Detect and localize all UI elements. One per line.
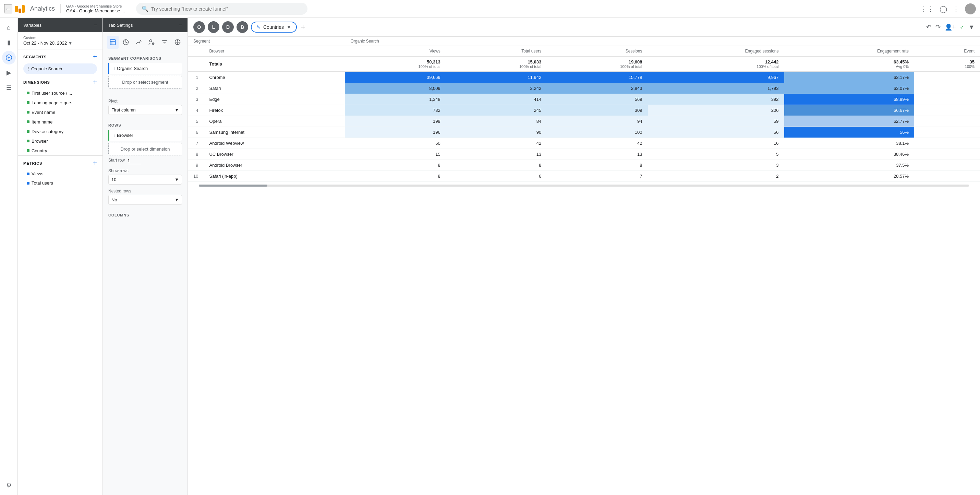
rows-title: ROWS [108, 123, 182, 127]
undo-icon[interactable]: ↶ [926, 23, 931, 31]
table-row[interactable]: 6 Samsung Internet 196 90 100 56 56% [188, 127, 980, 138]
date-range-text: Oct 22 - Nov 20, 2022 [23, 40, 67, 46]
sidebar-item-settings[interactable]: ⚙ [2, 479, 16, 492]
tab-icon-line[interactable] [133, 36, 145, 49]
add-segment-button[interactable]: + [93, 53, 97, 61]
metric-views[interactable]: ⁝ Views [18, 169, 102, 178]
segment-chip[interactable]: ⁝ Organic Search [23, 64, 97, 74]
sidebar-item-list[interactable]: ☰ [2, 81, 16, 95]
variables-panel-header: Variables − [18, 18, 102, 32]
scroll-thumb[interactable] [199, 185, 267, 187]
tab-icon-globe[interactable] [172, 36, 183, 49]
table-row[interactable]: 4 Firefox 782 245 309 206 66.67% [188, 105, 980, 116]
table-row[interactable]: 5 Opera 199 84 94 59 62.77% [188, 116, 980, 127]
add-user-icon[interactable]: 👤+ [945, 23, 956, 31]
search-input[interactable] [151, 6, 302, 12]
add-tab-button[interactable]: + [301, 22, 305, 32]
sessions-header[interactable]: Sessions [547, 46, 648, 57]
totals-views: 50,313 100% of total [345, 57, 445, 72]
redo-icon[interactable]: ↷ [935, 23, 940, 31]
circle-btn-o[interactable]: O [193, 21, 205, 33]
sidebar-item-advertising[interactable]: ▶ [2, 66, 16, 80]
variables-title: Variables [23, 22, 41, 28]
check-circle-icon[interactable]: ✓ [960, 24, 964, 30]
row-sessions: 100 [547, 127, 648, 138]
table-row[interactable]: 3 Edge 1,348 414 569 392 68.89% [188, 94, 980, 105]
row-engaged: 59 [648, 116, 784, 127]
table-row[interactable]: 9 Android Browser 8 8 8 3 37.5% [188, 160, 980, 171]
countries-tab[interactable]: ✎ Countries ▼ [251, 22, 297, 33]
total-users-header[interactable]: Total users [446, 46, 547, 57]
row-er: 66.67% [784, 105, 915, 116]
show-rows-label: Show rows [108, 168, 182, 173]
table-row[interactable]: 7 Android Webview 60 42 42 16 38.1% [188, 138, 980, 149]
table-row[interactable]: 8 UC Browser 15 13 13 5 38.46% [188, 149, 980, 160]
search-bar[interactable]: 🔍 [136, 3, 307, 15]
segment-col-label: Segment [188, 37, 345, 46]
avatar[interactable] [965, 3, 976, 14]
date-range-selector[interactable]: Oct 22 - Nov 20, 2022 ▼ [23, 40, 97, 46]
row-events [914, 94, 980, 105]
row-views: 15 [345, 149, 445, 160]
dim-event-name[interactable]: ⁝ Event name [18, 107, 102, 117]
drop-segment-zone[interactable]: Drop or select segment [108, 76, 182, 88]
dim-country[interactable]: ⁝ Country [18, 146, 102, 155]
more-vert-icon[interactable]: ▼ [968, 24, 975, 31]
pivot-arrow: ▼ [175, 107, 179, 112]
start-row-input[interactable] [127, 158, 141, 164]
engaged-sessions-header[interactable]: Engaged sessions [648, 46, 784, 57]
tab-icon-filter[interactable] [159, 36, 170, 49]
metrics-section-header: METRICS + [18, 156, 102, 169]
back-button[interactable]: ← [4, 4, 12, 13]
pivot-value: First column [111, 107, 136, 112]
row-er: 62.77% [784, 116, 915, 127]
tab-icon-chart[interactable] [120, 36, 132, 49]
table-row[interactable]: 1 Chrome 39,669 11,942 15,778 9,967 63.1… [188, 72, 980, 83]
sidebar-item-home[interactable]: ⌂ [2, 21, 16, 34]
row-browser-item[interactable]: ⁝ Browser [108, 130, 182, 141]
show-rows-select[interactable]: 10 ▼ [108, 175, 182, 185]
help-icon[interactable]: ◯ [940, 5, 947, 13]
event-header[interactable]: Event [914, 46, 980, 57]
pivot-select[interactable]: First column ▼ [108, 105, 182, 115]
circle-btn-b[interactable]: B [237, 21, 248, 33]
row-users: 245 [446, 105, 547, 116]
row-events [914, 171, 980, 182]
dim-browser[interactable]: ⁝ Browser [18, 136, 102, 146]
nested-rows-select[interactable]: No ▼ [108, 195, 182, 205]
more-options-icon[interactable]: ⋮ [953, 5, 959, 13]
tab-icon-person[interactable] [146, 36, 158, 49]
row-er: 56% [784, 127, 915, 138]
app-name: Analytics [30, 5, 55, 12]
views-header[interactable]: Views [345, 46, 445, 57]
row-views: 60 [345, 138, 445, 149]
side-nav: ⌂ ▮ ▶ ☰ ⚙ [0, 18, 18, 495]
dim-first-user-source[interactable]: ⁝ First user source / ... [18, 88, 102, 98]
tab-icon-table[interactable] [107, 36, 119, 49]
data-panel: O L D B ✎ Countries ▼ + ↶ ↷ 👤+ ✓ ▼ [188, 18, 980, 495]
browser-header[interactable]: Browser [204, 46, 345, 57]
row-er: 63.07% [784, 83, 915, 94]
dim-device-category[interactable]: ⁝ Device category [18, 126, 102, 136]
segment-comparison-item[interactable]: ⁝ Organic Search [108, 63, 182, 74]
row-views: 8 [345, 160, 445, 171]
row-name: Safari [204, 83, 345, 94]
sidebar-item-explore[interactable] [2, 51, 16, 64]
dim-dot-indicator [27, 101, 29, 104]
tab-settings-minimize-btn[interactable]: − [179, 22, 182, 28]
circle-btn-d[interactable]: D [222, 21, 234, 33]
drop-dimension-zone[interactable]: Drop or select dimension [108, 143, 182, 155]
table-row[interactable]: 10 Safari (in-app) 8 6 7 2 28.57% [188, 171, 980, 182]
sidebar-item-reports[interactable]: ▮ [2, 36, 16, 50]
circle-btn-l[interactable]: L [208, 21, 220, 33]
dim-item-name[interactable]: ⁝ Item name [18, 117, 102, 126]
variables-minimize-btn[interactable]: − [94, 22, 97, 28]
engagement-rate-header[interactable]: Engagement rate [784, 46, 915, 57]
dim-landing-page[interactable]: ⁝ Landing page + que... [18, 98, 102, 107]
add-metric-button[interactable]: + [93, 159, 97, 167]
add-dimension-button[interactable]: + [93, 78, 97, 86]
metric-total-users[interactable]: ⁝ Total users [18, 178, 102, 188]
grid-icon[interactable]: ⋮⋮ [920, 5, 934, 13]
scroll-track[interactable] [199, 185, 969, 187]
table-row[interactable]: 2 Safari 8,009 2,242 2,843 1,793 63.07% [188, 83, 980, 94]
